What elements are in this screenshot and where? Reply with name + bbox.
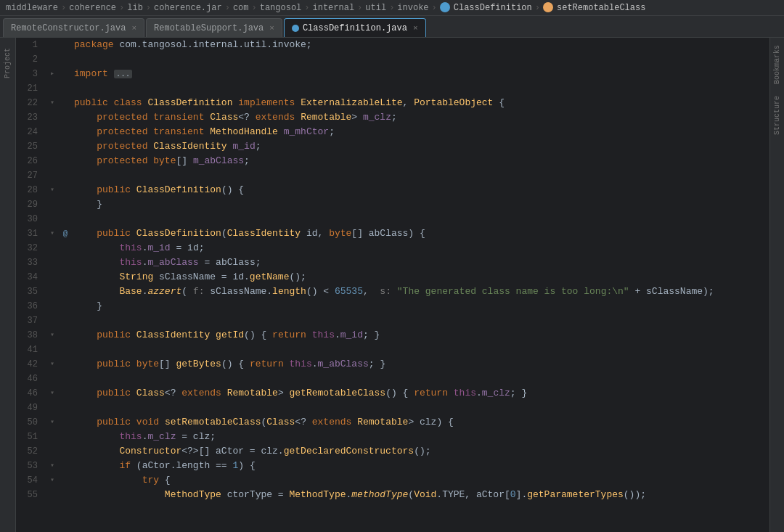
code-line: 3 ▸ import ... <box>16 67 769 81</box>
bookmarks-panel-label[interactable]: Bookmarks <box>773 41 781 89</box>
tab-close-button[interactable]: × <box>131 24 136 33</box>
fold-button[interactable]: ▾ <box>50 415 54 430</box>
code-line: 32 this.m_id = id; <box>16 241 769 255</box>
fold-button[interactable]: ▾ <box>50 357 54 372</box>
breadcrumb-item-setremotableclass[interactable]: setRemotableClass <box>557 3 645 13</box>
tab-bar: RemoteConstructor.java × RemotableSuppor… <box>0 16 784 38</box>
code-line: 42 ▾ public byte[] getBytes() { return t… <box>16 357 769 372</box>
code-line: 1 package com.tangosol.internal.util.inv… <box>16 38 769 52</box>
code-line: 21 <box>16 81 769 96</box>
tab-close-button[interactable]: × <box>269 24 274 33</box>
code-line: 24 protected transient MethodHandle m_mh… <box>16 125 769 139</box>
project-panel-label[interactable]: Project <box>4 48 12 78</box>
tab-close-button[interactable]: × <box>413 24 418 33</box>
breadcrumb-item-com[interactable]: com <box>233 3 249 13</box>
breadcrumb-item-util[interactable]: util <box>365 3 386 13</box>
fold-button[interactable]: ▾ <box>50 459 54 473</box>
code-line: 37 <box>16 314 769 328</box>
tab-classdefinition[interactable]: ClassDefinition.java × <box>284 18 426 37</box>
code-line: 46 <box>16 372 769 386</box>
tab-remotablesupport[interactable]: RemotableSupport.java × <box>146 18 282 37</box>
code-line: 28 ▾ public ClassDefinition() { <box>16 183 769 197</box>
fold-button[interactable]: ▾ <box>50 183 54 197</box>
code-scroll[interactable]: 1 package com.tangosol.internal.util.inv… <box>16 38 769 532</box>
code-line: 36 } <box>16 299 769 314</box>
tab-label: RemotableSupport.java <box>154 23 264 33</box>
code-line: 46 ▾ public Class<? extends Remotable> g… <box>16 386 769 401</box>
code-line: 30 <box>16 212 769 226</box>
code-line: 23 protected transient Class<? extends R… <box>16 110 769 125</box>
fold-button[interactable]: ▾ <box>50 96 54 110</box>
breadcrumb: middleware › coherence › lib › coherence… <box>0 0 784 16</box>
code-line: 22 ▾ public class ClassDefinition implem… <box>16 96 769 110</box>
right-panels: Bookmarks Structure <box>769 38 784 532</box>
code-line: 31 ▾ @ public ClassDefinition(ClassIdent… <box>16 226 769 241</box>
breadcrumb-item-tangosol[interactable]: tangosol <box>260 3 302 13</box>
breadcrumb-item-middleware[interactable]: middleware <box>6 3 58 13</box>
code-line: 27 <box>16 168 769 183</box>
breadcrumb-item-internal[interactable]: internal <box>313 3 355 13</box>
fold-button[interactable]: ▸ <box>50 67 54 81</box>
breadcrumb-item-invoke[interactable]: invoke <box>397 3 428 13</box>
code-line: 41 <box>16 343 769 357</box>
code-line: 29 } <box>16 197 769 212</box>
fold-button[interactable]: ▾ <box>50 328 54 343</box>
breadcrumb-item-classdefinition[interactable]: ClassDefinition <box>454 3 532 13</box>
fold-button[interactable]: ▾ <box>50 226 54 241</box>
code-line: 53 ▾ if (aCtor.length == 1) { <box>16 459 769 473</box>
fold-button[interactable]: ▾ <box>50 473 54 488</box>
code-line: 2 <box>16 52 769 67</box>
code-line: 49 <box>16 401 769 415</box>
code-line: 51 this.m_clz = clz; <box>16 430 769 444</box>
class-definition-icon <box>440 2 450 12</box>
code-line: 52 Constructor<?>[] aCtor = clz.getDecla… <box>16 444 769 459</box>
tab-label: ClassDefinition.java <box>303 23 407 33</box>
tab-remoteconstructor[interactable]: RemoteConstructor.java × <box>3 18 144 37</box>
code-line: 25 protected ClassIdentity m_id; <box>16 139 769 154</box>
structure-panel-label[interactable]: Structure <box>773 91 781 139</box>
code-line: 55 MethodType ctorType = MethodType.meth… <box>16 488 769 502</box>
breadcrumb-item-coherencejar[interactable]: coherence.jar <box>154 3 222 13</box>
code-line: 54 ▾ try { <box>16 473 769 488</box>
code-editor: 1 package com.tangosol.internal.util.inv… <box>16 38 769 532</box>
code-line: 34 String sClassName = id.getName(); <box>16 270 769 285</box>
code-line: 26 protected byte[] m_abClass; <box>16 154 769 168</box>
set-remotable-class-icon <box>543 2 553 12</box>
left-gutter: Project <box>0 38 16 532</box>
breadcrumb-item-lib[interactable]: lib <box>127 3 143 13</box>
tab-label: RemoteConstructor.java <box>11 23 126 33</box>
tab-class-icon <box>292 25 299 32</box>
code-line: 35 Base.azzert( f: sClassName.length() <… <box>16 285 769 299</box>
code-line: 38 ▾ public ClassIdentity getId() { retu… <box>16 328 769 343</box>
fold-button[interactable]: ▾ <box>50 386 54 401</box>
code-line: 50 ▾ public void setRemotableClass(Class… <box>16 415 769 430</box>
code-line: 33 this.m_abClass = abClass; <box>16 255 769 270</box>
breadcrumb-item-coherence[interactable]: coherence <box>69 3 116 13</box>
